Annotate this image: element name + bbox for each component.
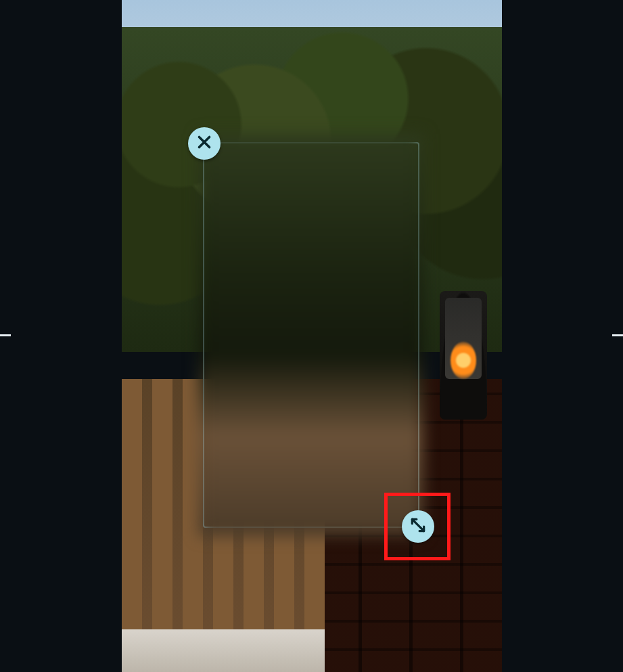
background-lantern-glow	[451, 342, 476, 379]
right-edge-tick	[612, 334, 623, 336]
resize-diagonal-icon	[409, 516, 427, 537]
left-edge-tick	[0, 334, 11, 336]
close-icon	[195, 133, 213, 154]
background-ground	[122, 629, 325, 672]
background-fence	[122, 379, 325, 672]
resize-selection-handle[interactable]	[402, 510, 434, 543]
photo-stage	[122, 0, 502, 672]
svg-line-2	[412, 519, 423, 531]
close-selection-button[interactable]	[188, 127, 221, 160]
